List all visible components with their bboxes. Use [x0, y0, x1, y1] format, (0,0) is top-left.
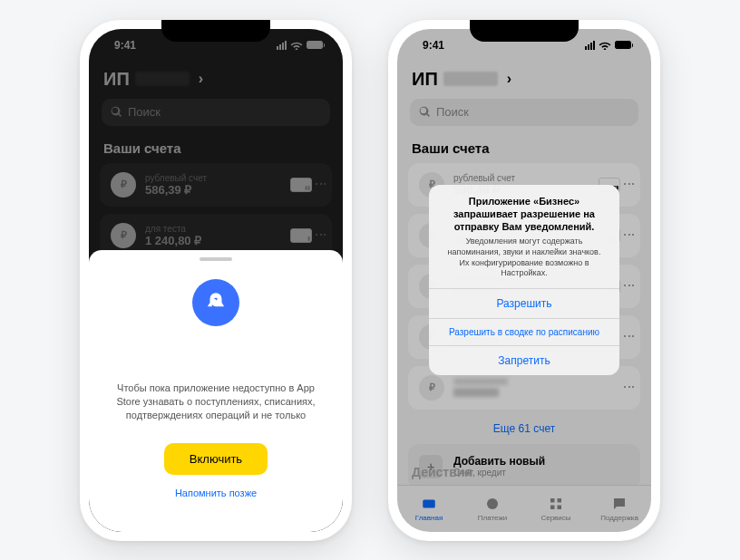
permission-alert: Приложение «Бизнес» запрашивает разрешен… — [429, 185, 619, 375]
alert-deny-button[interactable]: Запретить — [429, 345, 619, 375]
screen-right: 9:41 ИП › Поиск Ваши счета ₽ рублевый сч… — [397, 29, 651, 532]
alert-allow-button[interactable]: Разрешить — [429, 288, 619, 318]
alert-message: Уведомления могут содержать напоминания,… — [429, 237, 619, 288]
signal-icon — [585, 41, 595, 50]
battery-icon — [615, 41, 631, 49]
sheet-body: Чтобы пока приложение недоступно в App S… — [109, 381, 323, 423]
device-notch — [161, 20, 270, 42]
push-sheet: Включите пуш-уведомления Чтобы пока прил… — [89, 250, 343, 532]
bell-icon — [192, 279, 239, 326]
phone-mockup-right: 9:41 ИП › Поиск Ваши счета ₽ рублевый сч… — [388, 20, 660, 541]
device-notch — [470, 20, 579, 42]
remind-later-link[interactable]: Напомнить позже — [175, 488, 257, 498]
alert-backdrop[interactable]: Приложение «Бизнес» запрашивает разрешен… — [397, 29, 651, 532]
screen-left: 9:41 ИП › Поиск Ваши счета ₽ рублевый сч… — [89, 29, 343, 532]
status-icons — [585, 41, 631, 50]
phone-mockup-left: 9:41 ИП › Поиск Ваши счета ₽ рублевый сч… — [80, 20, 352, 541]
sheet-handle[interactable] — [200, 257, 232, 261]
alert-schedule-button[interactable]: Разрешить в сводке по расписанию — [429, 318, 619, 345]
alert-title: Приложение «Бизнес» запрашивает разрешен… — [429, 185, 619, 237]
enable-button[interactable]: Включить — [164, 443, 268, 475]
status-time: 9:41 — [423, 39, 444, 52]
wifi-icon — [599, 41, 611, 50]
sheet-title: Включите пуш-уведомления — [120, 357, 313, 372]
